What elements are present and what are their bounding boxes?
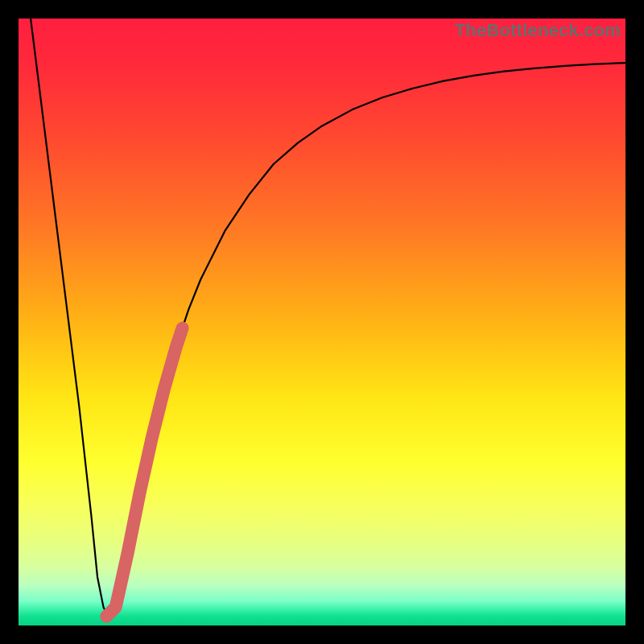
plot-area: TheBottleneck.com: [19, 19, 625, 625]
chart-svg: [19, 19, 625, 625]
chart-frame: TheBottleneck.com: [0, 0, 644, 644]
gradient-background: [19, 19, 625, 625]
